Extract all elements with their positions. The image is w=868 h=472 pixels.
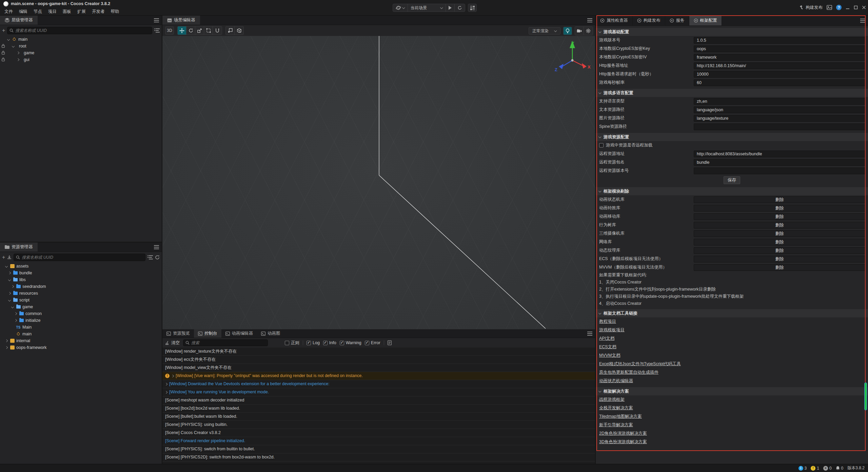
qrcode-button[interactable] xyxy=(468,4,477,12)
clear-console-button[interactable]: 清空 xyxy=(165,340,180,346)
hierarchy-node[interactable]: TS gui xyxy=(0,56,162,63)
asset-node[interactable]: TS resources xyxy=(0,290,162,297)
panel-menu-icon[interactable] xyxy=(587,18,592,22)
refresh-icon[interactable] xyxy=(155,255,160,260)
expand-arrow-icon[interactable] xyxy=(12,45,15,47)
console-tab[interactable]: 控制台 xyxy=(194,329,221,338)
menu-item[interactable]: 文件 xyxy=(1,8,16,15)
section-resources[interactable]: 游戏资源配置 xyxy=(596,133,868,141)
doc-link[interactable]: Excel格式转Json文件与TypeScript代码工具 xyxy=(599,361,681,367)
expand-arrow-icon[interactable] xyxy=(5,347,8,349)
expand-arrow-icon[interactable] xyxy=(8,292,11,294)
info-count[interactable]: i3 xyxy=(798,466,807,471)
delete-button[interactable]: 删除 xyxy=(694,222,865,229)
expand-arrow-icon[interactable] xyxy=(5,265,8,267)
hierarchy-node[interactable]: TS game xyxy=(0,50,162,56)
inspector-tab[interactable]: 属性检查器 xyxy=(596,16,633,25)
asset-node[interactable]: TS initialize xyxy=(0,317,162,324)
field-input[interactable]: language/texture xyxy=(694,115,865,122)
field-input[interactable]: bundle xyxy=(694,159,865,166)
inspector-scrollbar-thumb[interactable] xyxy=(864,382,867,410)
scene-select[interactable]: 当前场景 xyxy=(408,4,446,12)
expand-log-icon[interactable] xyxy=(165,388,167,396)
field-input[interactable]: 1.0.5 xyxy=(694,37,865,44)
log-row[interactable]: ! [Scene] meshopt wasm decoder initializ… xyxy=(162,396,595,405)
field-input[interactable]: 60 xyxy=(694,79,865,86)
asset-node[interactable]: TS Main xyxy=(0,324,162,331)
console-tab[interactable]: 动画图 xyxy=(257,329,284,338)
scene-settings-button[interactable] xyxy=(584,27,593,35)
log-row[interactable]: ! [Scene] [bullet]:bullet wasm lib loade… xyxy=(162,413,595,421)
menu-item[interactable]: 节点 xyxy=(31,8,45,15)
inspector-tab[interactable]: 框架配置 xyxy=(689,16,722,25)
panel-menu-icon[interactable] xyxy=(154,245,159,249)
console-search-input[interactable] xyxy=(191,340,265,345)
doc-link[interactable]: 动画状态机编辑器 xyxy=(599,378,633,384)
log-row[interactable]: ! [Scene] [PHYSICS]: using builtin. xyxy=(162,421,595,429)
scale-tool-button[interactable] xyxy=(195,26,204,35)
close-button[interactable] xyxy=(862,5,866,9)
expand-arrow-icon[interactable] xyxy=(5,340,8,342)
console-search[interactable] xyxy=(183,339,268,346)
assets-search[interactable] xyxy=(14,254,145,261)
filter-checkbox-box[interactable] xyxy=(340,341,344,345)
panel-menu-icon[interactable] xyxy=(860,19,865,23)
rect-tool-button[interactable] xyxy=(204,26,213,35)
error-count[interactable]: ×0 xyxy=(823,466,832,471)
solution-link[interactable]: Tiledmap地图解决方案 xyxy=(599,414,642,419)
log-row[interactable]: ! [Window] Download the Vue Devtools ext… xyxy=(162,380,595,388)
asset-node[interactable]: TS libs xyxy=(0,276,162,283)
field-input[interactable]: framework xyxy=(694,54,865,61)
doc-link[interactable]: 教程项目 xyxy=(599,319,616,324)
lock-icon[interactable] xyxy=(1,44,6,48)
render-mode-select[interactable]: 正常渲染 xyxy=(529,27,560,35)
maximize-button[interactable] xyxy=(854,5,858,9)
menu-item[interactable]: 编辑 xyxy=(16,8,31,15)
log-row[interactable]: ! [Window] You are running Vue in develo… xyxy=(162,388,595,396)
asset-node[interactable]: TS main xyxy=(0,331,162,337)
log-row[interactable]: ! [Window] [Vue warn]: Property "onInput… xyxy=(162,372,595,380)
section-modules[interactable]: 框架模块剔除 xyxy=(596,187,868,195)
hierarchy-search[interactable] xyxy=(7,27,152,34)
menu-item[interactable]: 帮助 xyxy=(108,8,122,15)
mode-3d-button[interactable]: 3D xyxy=(165,26,174,35)
field-input[interactable]: zh,en xyxy=(694,98,865,105)
delete-button[interactable]: 删除 xyxy=(694,239,865,245)
solution-link[interactable]: 2D角色扮演游戏解决方案 xyxy=(599,431,647,436)
expand-arrow-icon[interactable] xyxy=(16,59,20,61)
log-row[interactable]: ! [Scene] Cocos Creator v3.8.2 xyxy=(162,429,595,437)
hierarchy-search-input[interactable] xyxy=(15,28,150,33)
field-input[interactable]: http://192.168.0.150/main/ xyxy=(694,62,865,69)
orientation-gizmo[interactable]: Y X Z xyxy=(552,39,593,80)
menu-item[interactable]: 开发者 xyxy=(89,8,108,15)
restart-button[interactable] xyxy=(455,4,465,12)
tab-scene-editor[interactable]: 场景编辑器 xyxy=(162,16,200,25)
log-row[interactable]: ! [Window] model_view文件夹不存在 xyxy=(162,364,595,372)
asset-node[interactable]: TS internal xyxy=(0,337,162,344)
preview-target-select[interactable] xyxy=(393,4,408,12)
asset-node[interactable]: TS bundle xyxy=(0,270,162,276)
tab-hierarchy[interactable]: 层级管理器 xyxy=(0,16,38,25)
log-file-icon[interactable] xyxy=(388,340,392,345)
expand-arrow-icon[interactable] xyxy=(8,279,11,281)
console-tab[interactable]: 资源预览 xyxy=(162,329,194,338)
expand-arrow-icon[interactable] xyxy=(14,313,17,315)
delete-button[interactable]: 删除 xyxy=(694,196,865,203)
filter-icon[interactable] xyxy=(154,28,160,33)
solution-link[interactable]: 战棋游戏框架 xyxy=(599,397,625,402)
play-button[interactable] xyxy=(446,4,455,12)
field-input[interactable]: 10000 xyxy=(694,71,865,78)
expand-arrow-icon[interactable] xyxy=(16,52,20,54)
remote-load-checkbox[interactable] xyxy=(599,143,604,148)
delete-button[interactable]: 删除 xyxy=(694,256,865,262)
expand-log-icon[interactable] xyxy=(172,372,174,380)
expand-arrow-icon[interactable] xyxy=(11,333,14,335)
warning-count[interactable]: !1 xyxy=(811,466,819,471)
filter-icon[interactable] xyxy=(147,255,153,259)
log-row[interactable]: ! [Window] ecs文件夹不存在 xyxy=(162,356,595,364)
log-row[interactable]: ! [Scene] Forward render pipeline initia… xyxy=(162,437,595,445)
section-game-basic[interactable]: 游戏基础配置 xyxy=(596,28,868,36)
axis-x-cone[interactable] xyxy=(582,63,587,68)
snap-local-button[interactable] xyxy=(226,26,235,35)
hierarchy-node[interactable]: TS root xyxy=(0,43,162,50)
